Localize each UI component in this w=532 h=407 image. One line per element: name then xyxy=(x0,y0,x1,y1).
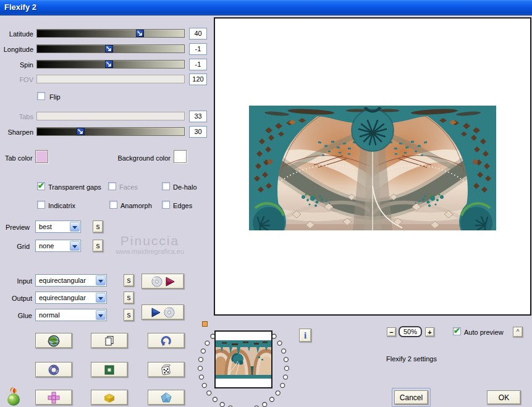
watermark-name: Pinuccia xyxy=(87,233,213,248)
source-thumbnail xyxy=(214,330,272,388)
flexify-dialog: Flexify 2 Latitude 40 Longitude -1 Spin … xyxy=(0,0,532,407)
load-settings-button[interactable] xyxy=(141,274,184,289)
cancel-button[interactable]: Cancel xyxy=(394,390,428,405)
output-label: Output xyxy=(0,294,32,303)
preview-label: Preview xyxy=(0,223,30,232)
tab-color-label: Tab color xyxy=(5,154,33,162)
flip-label: Flip xyxy=(49,93,61,101)
globe-button[interactable] xyxy=(35,333,72,348)
settings-status-text: Flexify 2 settings xyxy=(386,355,437,363)
output-dropdown-value: equirectangular xyxy=(39,293,86,302)
latitude-label: Latitude xyxy=(0,30,33,38)
flip-checkbox[interactable]: ✔ xyxy=(37,92,45,100)
collapse-button[interactable]: ^ xyxy=(513,327,523,337)
info-button[interactable]: i xyxy=(299,329,311,342)
output-s-button[interactable]: s xyxy=(124,292,134,304)
cube-net-icon xyxy=(46,392,61,404)
slider-arrow-icon xyxy=(137,31,143,36)
chevron-down-icon[interactable] xyxy=(70,222,80,232)
glue-dropdown[interactable]: normal xyxy=(35,309,107,321)
latitude-value[interactable]: 40 xyxy=(189,28,207,40)
zoom-level: 50% xyxy=(399,326,422,337)
pentagon-button[interactable] xyxy=(148,390,185,405)
slider-arrow-icon xyxy=(78,129,83,135)
sharpen-label: Sharpen xyxy=(0,128,33,136)
indicatrix-checkbox[interactable] xyxy=(37,201,45,209)
window-title: Flexify 2 xyxy=(4,2,36,12)
spin-value[interactable]: -1 xyxy=(189,59,207,70)
faces-label: Faces xyxy=(119,183,138,191)
preview-image xyxy=(249,106,496,230)
longitude-label: Longitude xyxy=(0,45,33,54)
chevron-down-icon[interactable] xyxy=(96,275,106,285)
grid-dropdown[interactable]: none xyxy=(35,240,81,252)
dice-button[interactable] xyxy=(148,362,185,377)
spin-slider-thumb[interactable] xyxy=(105,61,113,68)
glue-s-button[interactable]: s xyxy=(124,309,134,321)
grid-label: Grid xyxy=(0,242,30,251)
zoom-out-button[interactable]: − xyxy=(387,327,396,337)
ok-button[interactable]: OK xyxy=(487,390,521,405)
flaming-pear-icon xyxy=(4,387,23,406)
copy-pages-icon xyxy=(103,335,116,347)
undo-arrow-icon xyxy=(160,335,172,346)
copy-button[interactable] xyxy=(91,333,128,348)
sharpen-value[interactable]: 30 xyxy=(189,126,207,138)
square-frame-button[interactable] xyxy=(91,362,128,377)
title-bar[interactable]: Flexify 2 xyxy=(0,0,532,15)
slider-arrow-icon xyxy=(106,46,112,52)
spin-slider[interactable] xyxy=(36,60,185,69)
preview-s-button[interactable]: s xyxy=(93,220,103,233)
background-color-swatch[interactable] xyxy=(174,150,187,163)
longitude-value[interactable]: -1 xyxy=(189,43,207,55)
anamorph-checkbox[interactable] xyxy=(109,201,117,209)
latitude-slider-thumb[interactable] xyxy=(136,30,144,37)
input-dropdown[interactable]: equirectangular xyxy=(35,274,107,287)
faces-checkbox xyxy=(108,182,116,190)
lego-brick-icon xyxy=(103,392,116,404)
glue-dropdown-value: normal xyxy=(39,311,60,319)
longitude-slider[interactable] xyxy=(36,44,185,53)
zoom-in-button[interactable]: + xyxy=(425,327,434,337)
latitude-slider[interactable] xyxy=(36,29,185,38)
pentagon-icon xyxy=(160,392,172,404)
transparent-gaps-checkbox[interactable]: ✔ xyxy=(37,182,45,190)
tabs-value[interactable]: 33 xyxy=(189,111,207,122)
sharpen-slider-thumb[interactable] xyxy=(77,128,85,135)
auto-preview-label: Auto preview xyxy=(464,328,504,337)
indicatrix-label: Indicatrix xyxy=(48,201,75,210)
fov-label: FOV xyxy=(0,75,33,84)
glue-label: Glue xyxy=(0,311,32,320)
input-s-button[interactable]: s xyxy=(124,274,134,287)
tab-color-swatch[interactable] xyxy=(35,150,48,163)
torus-button[interactable] xyxy=(35,362,72,377)
chevron-down-icon[interactable] xyxy=(96,293,106,303)
input-label: Input xyxy=(0,277,32,285)
edges-checkbox[interactable] xyxy=(162,201,170,209)
fov-value[interactable]: 120 xyxy=(189,73,207,85)
cube-net-button[interactable] xyxy=(35,390,72,405)
tabs-slider xyxy=(36,112,185,120)
longitude-slider-thumb[interactable] xyxy=(105,45,113,52)
grid-dropdown-value: none xyxy=(39,241,54,250)
check-icon: ✔ xyxy=(454,326,460,335)
lego-brick-button[interactable] xyxy=(91,390,128,405)
preview-dropdown[interactable]: best xyxy=(35,220,81,233)
arrow-disc-icon xyxy=(150,307,177,318)
preview-dropdown-value: best xyxy=(39,222,52,231)
sharpen-slider[interactable] xyxy=(36,127,185,136)
save-settings-button[interactable] xyxy=(141,304,184,320)
fov-slider xyxy=(36,75,185,83)
auto-preview-checkbox[interactable]: ✔ xyxy=(453,327,461,335)
chevron-down-icon[interactable] xyxy=(70,241,80,251)
background-color-label: Background color xyxy=(99,154,171,162)
anamorph-label: Anamorph xyxy=(120,201,152,210)
output-dropdown[interactable]: equirectangular xyxy=(35,292,107,304)
flaming-pear-logo xyxy=(4,387,23,407)
watermark-url: www.maidiregrafica.eu xyxy=(87,248,213,255)
dice-icon xyxy=(159,364,173,376)
de-halo-checkbox[interactable] xyxy=(162,182,170,190)
transparent-gaps-label: Transparent gaps xyxy=(48,183,101,191)
chevron-down-icon[interactable] xyxy=(96,310,106,320)
undo-button[interactable] xyxy=(148,333,185,348)
